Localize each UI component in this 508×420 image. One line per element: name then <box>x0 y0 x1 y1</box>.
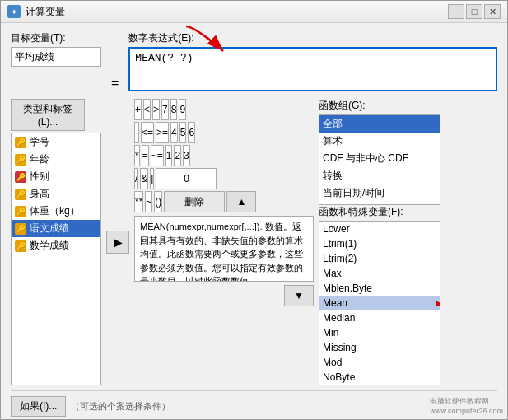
var-icon-xuehao: 🔑 <box>15 137 26 148</box>
calc-row-1: + < > 7 8 9 <box>134 99 314 120</box>
type-label-button[interactable]: 类型和标签(L)... <box>11 99 85 131</box>
calc-down-arrow[interactable]: ▼ <box>284 285 314 306</box>
var-item-tizhong[interactable]: 🔑 体重（kg） <box>12 203 100 220</box>
var-item-shuxue[interactable]: 🔑 数学成绩 <box>12 237 100 254</box>
func-var-list: Lower Ltrim(1) Ltrim(2) Max Mblen.Byte M… <box>319 221 440 385</box>
var-icon-shuxue: 🔑 <box>15 240 26 252</box>
calc-row-2: - <= >= 4 5 6 <box>134 122 314 143</box>
calc-desc-panel: + < > 7 8 9 - <= >= 4 <box>134 99 314 385</box>
func-group-transform[interactable]: 转换 <box>319 167 440 184</box>
var-item-xuehao[interactable]: 🔑 学号 <box>12 133 100 151</box>
func-group-label: 函数组(G): <box>319 99 440 113</box>
title-bar: ✦ 计算变量 ─ □ ✕ <box>1 1 507 23</box>
expr-label: 数字表达式(E): <box>128 31 497 45</box>
expression-input[interactable]: MEAN(? ?) <box>128 47 497 91</box>
func-var-lower[interactable]: Lower <box>319 222 440 236</box>
calc-row-3: * = ~= 1 2 3 <box>134 145 314 166</box>
calc-and[interactable]: & <box>140 168 148 189</box>
calc-delete[interactable]: 删除 <box>164 191 225 212</box>
calc-row-4: / & | 0 <box>134 168 314 189</box>
minimize-button[interactable]: ─ <box>448 4 464 19</box>
window-title: 计算变量 <box>26 5 448 19</box>
expr-section: 数字表达式(E): MEAN(? ?) <box>128 31 497 94</box>
calc-grid-container: + < > 7 8 9 - <= >= 4 <box>134 99 314 212</box>
calc-minus[interactable]: - <box>134 122 139 143</box>
calc-5[interactable]: 5 <box>179 122 187 143</box>
calc-row-5: ** ~ () 删除 ▲ <box>134 191 314 212</box>
calc-9[interactable]: 9 <box>179 99 186 120</box>
calc-lt[interactable]: < <box>143 99 151 120</box>
main-content: 目标变量(T): = 数字表达式(E): MEAN(? ?) <box>1 23 507 420</box>
calc-parens[interactable]: () <box>154 191 162 212</box>
calc-3[interactable]: 3 <box>183 145 190 166</box>
func-var-missing[interactable]: Missing <box>319 340 440 355</box>
calc-6[interactable]: 6 <box>188 122 195 143</box>
calc-gt[interactable]: > <box>152 99 160 120</box>
top-row: 目标变量(T): = 数字表达式(E): MEAN(? ?) <box>11 31 497 94</box>
window-controls: ─ □ ✕ <box>448 4 501 19</box>
func-var-mod[interactable]: Mod <box>319 355 440 370</box>
calc-7[interactable]: 7 <box>161 99 169 120</box>
if-button[interactable]: 如果(I)... <box>11 396 66 417</box>
target-var-section: 目标变量(T): <box>11 31 101 67</box>
func-var-min[interactable]: Min <box>319 325 440 340</box>
var-icon-shengao: 🔑 <box>15 189 26 200</box>
calc-1[interactable]: 1 <box>165 145 173 166</box>
equals-sign: = <box>108 76 122 91</box>
var-icon-xingbie: 🔑 <box>15 171 26 183</box>
var-item-yuwen[interactable]: 🔑 语文成绩 <box>12 220 100 237</box>
calc-div[interactable]: / <box>134 168 138 189</box>
target-var-label: 目标变量(T): <box>11 31 101 45</box>
calc-gte[interactable]: >= <box>156 122 169 143</box>
func-var-nobyte[interactable]: NoByte <box>319 370 440 385</box>
var-icon-yuwen: 🔑 <box>15 223 26 235</box>
calc-0[interactable]: 0 <box>156 168 217 189</box>
calc-2[interactable]: 2 <box>174 145 181 166</box>
calc-up-arrow[interactable]: ▲ <box>226 191 256 212</box>
calc-or[interactable]: | <box>150 168 154 189</box>
calc-neq[interactable]: ~= <box>151 145 164 166</box>
calc-pow[interactable]: ** <box>134 191 143 212</box>
bottom-section: 如果(I)... （可选的个案选择条件） <box>11 390 497 417</box>
var-item-shengao[interactable]: 🔑 身高 <box>12 185 100 203</box>
right-panel-inner: 函数组(G): 全部 算术 CDF 与非中心 CDF 转换 当前日期/时间 日期… <box>319 99 440 385</box>
func-var-max[interactable]: Max <box>319 266 440 281</box>
mean-arrow-decoration <box>436 297 440 310</box>
insert-var-button[interactable]: ▶ <box>106 231 129 254</box>
var-item-nianling[interactable]: 🔑 年龄 <box>12 151 100 168</box>
app-icon: ✦ <box>7 5 21 18</box>
target-var-input[interactable] <box>11 47 101 67</box>
middle-section: 类型和标签(L)... 🔑 学号 🔑 年龄 🔑 性别 <box>11 99 497 385</box>
func-var-mblen[interactable]: Mblen.Byte <box>319 281 440 296</box>
func-var-median[interactable]: Median <box>319 310 440 325</box>
maximize-button[interactable]: □ <box>466 4 482 19</box>
calc-4[interactable]: 4 <box>170 122 178 143</box>
right-panel: 函数组(G): 全部 算术 CDF 与非中心 CDF 转换 当前日期/时间 日期… <box>319 99 440 385</box>
calc-not[interactable]: ~ <box>145 191 152 212</box>
calc-lte[interactable]: <= <box>141 122 154 143</box>
close-button[interactable]: ✕ <box>484 4 501 19</box>
var-list-panel: 类型和标签(L)... 🔑 学号 🔑 年龄 🔑 性别 <box>11 99 101 385</box>
func-var-ltrim1[interactable]: Ltrim(1) <box>319 236 440 251</box>
func-group-section: 函数组(G): 全部 算术 CDF 与非中心 CDF 转换 当前日期/时间 日期… <box>319 99 440 205</box>
desc-arrow-row: ▼ <box>134 285 314 306</box>
description-box: MEAN(numexpr,numexpr[,...]). 数值。返回其具有有效的… <box>134 216 314 282</box>
func-var-section: 函数和特殊变量(F): Lower Ltrim(1) Ltrim(2) Max … <box>319 205 440 385</box>
calc-plus[interactable]: + <box>134 99 142 120</box>
func-group-list: 全部 算术 CDF 与非中心 CDF 转换 当前日期/时间 日期运算 日期创建 <box>319 114 440 205</box>
variable-list: 🔑 学号 🔑 年龄 🔑 性别 🔑 身高 <box>11 133 101 385</box>
func-var-label: 函数和特殊变量(F): <box>319 205 440 219</box>
func-group-datetime[interactable]: 当前日期/时间 <box>319 184 440 202</box>
func-group-cdf[interactable]: CDF 与非中心 CDF <box>319 150 440 167</box>
optional-text: （可选的个案选择条件） <box>71 400 170 413</box>
calc-mul[interactable]: * <box>134 145 140 166</box>
calc-eq[interactable]: = <box>142 145 149 166</box>
func-var-ltrim2[interactable]: Ltrim(2) <box>319 251 440 266</box>
var-icon-nianling: 🔑 <box>15 154 26 166</box>
var-item-xingbie[interactable]: 🔑 性别 <box>12 168 100 185</box>
func-group-all[interactable]: 全部 <box>319 115 440 133</box>
func-var-mean[interactable]: Mean <box>319 296 440 310</box>
func-group-arithmetic[interactable]: 算术 <box>319 133 440 150</box>
var-icon-tizhong: 🔑 <box>15 206 26 217</box>
calc-8[interactable]: 8 <box>170 99 178 120</box>
